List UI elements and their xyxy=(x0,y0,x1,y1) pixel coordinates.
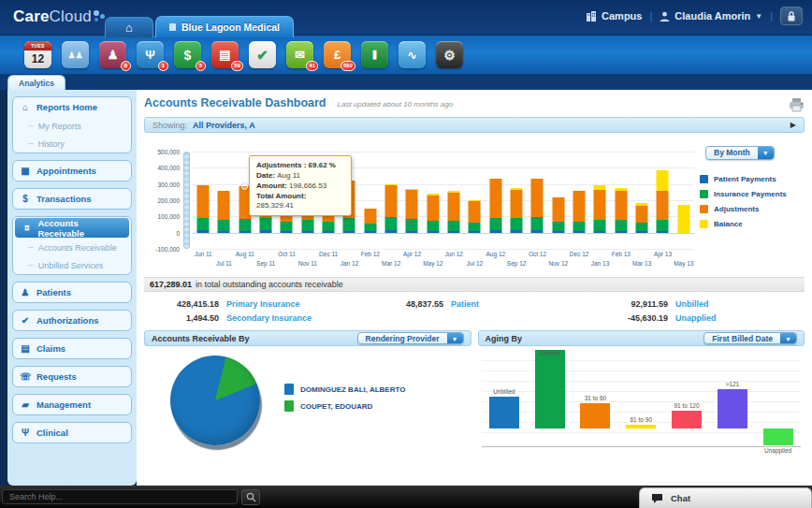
provider-pie-chart[interactable] xyxy=(170,356,260,445)
bar-month-jan-13[interactable] xyxy=(589,152,610,249)
sidebar-item-transactions[interactable]: $Transactions xyxy=(13,189,131,209)
sidebar-item-authorizations[interactable]: ✔Authorizations xyxy=(13,311,131,330)
tab-analytics[interactable]: Analytics xyxy=(7,75,65,90)
sidebar-group: ✔Authorizations xyxy=(12,310,132,331)
bar-segment xyxy=(406,219,418,230)
bar-month-mar-12[interactable] xyxy=(381,152,401,249)
aging-bar-unapplied[interactable] xyxy=(763,428,793,445)
breakdown-label[interactable]: Patient xyxy=(451,299,479,309)
bar-month-may-13[interactable] xyxy=(674,152,694,249)
aging-bar-unbilled[interactable] xyxy=(489,397,519,428)
aging-bar--121[interactable] xyxy=(718,389,747,428)
bar-month-jul-12[interactable] xyxy=(464,152,485,249)
calendar-app-icon[interactable]: TUES 12 xyxy=(24,41,51,68)
bar-month-jun-11[interactable] xyxy=(193,152,213,249)
bar-month-mar-13[interactable] xyxy=(631,152,652,249)
bar-segment xyxy=(489,179,501,218)
sidebar-item-claims[interactable]: ▤Claims xyxy=(13,339,131,358)
claims-app-app-icon[interactable]: ▤59 xyxy=(211,41,239,68)
sidebar-item-management[interactable]: ▰Management xyxy=(13,395,131,414)
logo-text-care: Care xyxy=(13,7,50,25)
dropdown-value: Rendering Provider xyxy=(358,333,447,343)
sidebar-item-appointments[interactable]: ▦Appointments xyxy=(13,161,131,181)
bar-month-nov-12[interactable] xyxy=(548,152,569,249)
user-menu[interactable]: Claudia Amorin ▼ xyxy=(660,10,762,22)
tab-blue-lagoon-medical[interactable]: Blue Lagoon Medical xyxy=(155,16,294,37)
legend-swatch xyxy=(700,175,708,183)
sidebar-subitem-history[interactable]: ─History xyxy=(13,135,131,152)
sidebar-item-requests[interactable]: ☏Requests xyxy=(13,367,131,386)
bar-month-dec-12[interactable] xyxy=(569,152,589,249)
interval-dropdown[interactable]: By Month ▼ xyxy=(705,146,775,160)
breakdown-label[interactable]: Primary Insurance xyxy=(226,299,300,309)
x-tick-label: Jun 12 xyxy=(444,251,463,257)
bar-month-feb-12[interactable] xyxy=(360,152,381,249)
x-tick-label: Nov 12 xyxy=(549,260,569,267)
analytics-app-app-icon[interactable]: ∿ xyxy=(399,41,426,68)
sidebar-item-accounts-receivable[interactable]: ¤Accounts Receivable xyxy=(15,218,129,238)
billing-app-icon[interactable]: $3 xyxy=(174,41,201,68)
sidebar-subitem-label: My Reports xyxy=(38,122,81,131)
breakdown-label[interactable]: Unbilled xyxy=(675,299,709,309)
settings-app-icon[interactable]: ⚙ xyxy=(436,41,463,68)
breakdown-label[interactable]: Unapplied xyxy=(675,313,717,323)
chart-scroll-handle[interactable] xyxy=(183,152,190,249)
sidebar-item-reports-home[interactable]: ⌂Reports Home xyxy=(13,97,131,117)
contacts-app-icon[interactable]: ♟8 xyxy=(99,41,126,68)
bar-month-may-12[interactable] xyxy=(423,152,443,249)
print-button[interactable] xyxy=(789,98,805,116)
search-button[interactable] xyxy=(241,489,260,505)
breakdown-label[interactable]: Secondary Insurance xyxy=(226,313,312,323)
sidebar-group: ▤Claims xyxy=(12,338,132,359)
bar-segment xyxy=(260,218,272,230)
sidebar-group: ΨClinical xyxy=(12,422,132,443)
tasks-app-icon[interactable]: ✔ xyxy=(249,41,276,68)
bar-month-oct-12[interactable] xyxy=(527,152,547,249)
bar-month-jul-11[interactable] xyxy=(213,152,234,249)
clinical-app-app-icon[interactable]: Ψ1 xyxy=(137,41,164,68)
bar-month-sep-12[interactable] xyxy=(506,152,527,249)
campus-menu[interactable]: Campus xyxy=(586,10,642,22)
sidebar-subitem-accounts-receivable[interactable]: ─Accounts Receivable xyxy=(13,239,131,256)
messages-icon: ✉ xyxy=(295,48,305,62)
showing-value: All Providers, A xyxy=(193,121,255,130)
patients-group-icon: ♟♟ xyxy=(67,51,82,60)
library-app-icon[interactable]: ⫴ xyxy=(361,41,388,68)
y-tick-label: 0 xyxy=(176,229,180,236)
messages-app-icon[interactable]: ✉41 xyxy=(286,41,313,68)
aging-bar-31-to-60[interactable] xyxy=(580,403,610,428)
aging-bar-label: Unbilled xyxy=(493,388,515,395)
sidebar-subitem-unbilled-services[interactable]: ─Unbilled Services xyxy=(13,256,131,274)
sidebar-subitem-my-reports[interactable]: ─My Reports xyxy=(13,117,131,135)
bar-segment xyxy=(636,231,648,232)
y-tick-label: 500,000 xyxy=(158,149,181,155)
bar-segment xyxy=(594,220,606,231)
showing-filter-bar[interactable]: Showing: All Providers, A ▶ xyxy=(144,117,805,133)
next-arrow-button[interactable]: ▶ xyxy=(790,121,796,129)
bar-month-feb-13[interactable] xyxy=(611,152,631,249)
sidebar-group: ☏Requests xyxy=(12,366,132,387)
bar-month-jun-12[interactable] xyxy=(443,152,464,249)
rendering-provider-dropdown[interactable]: Rendering Provider ▼ xyxy=(357,332,464,344)
y-tick-label: 400,000 xyxy=(158,165,181,171)
aging-bar-61-to-90[interactable] xyxy=(626,425,656,428)
bar-month-apr-12[interactable] xyxy=(401,152,422,249)
tab-home[interactable]: ⌂ xyxy=(105,17,153,37)
chat-bubble-icon xyxy=(651,493,663,504)
sidebar-item-clinical[interactable]: ΨClinical xyxy=(13,423,131,443)
collections-app-icon[interactable]: £502 xyxy=(324,41,351,68)
chat-widget[interactable]: Chat xyxy=(639,487,812,508)
bar-month-aug-12[interactable] xyxy=(486,152,506,249)
search-help-input[interactable] xyxy=(2,489,238,504)
bar-segment xyxy=(531,230,544,233)
page-title: Accounts Receivable Dashboard xyxy=(144,96,326,109)
first-billed-date-dropdown[interactable]: First Billed Date ▼ xyxy=(703,332,797,344)
bar-segment xyxy=(323,222,335,231)
gridline xyxy=(482,360,802,361)
lock-button[interactable] xyxy=(780,7,803,25)
aging-bar-91-to-120[interactable] xyxy=(672,411,702,428)
aging-bar-current[interactable] xyxy=(535,350,565,428)
sidebar-item-patients[interactable]: ♟Patients xyxy=(13,283,131,302)
patients-group-app-icon[interactable]: ♟♟ xyxy=(62,41,89,68)
bar-month-apr-13[interactable] xyxy=(652,152,673,249)
